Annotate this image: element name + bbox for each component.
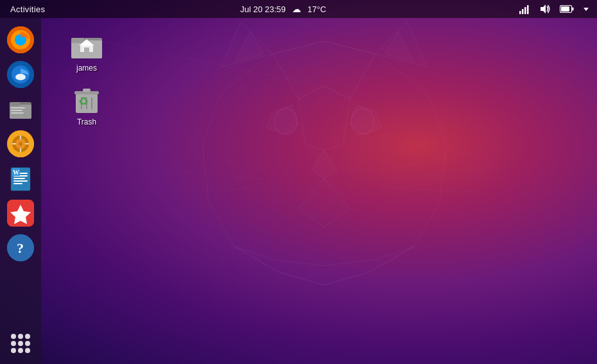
desktop: Activities Jul 20 23:59 ☁ 17°C bbox=[0, 0, 597, 364]
svg-rect-32 bbox=[572, 8, 574, 11]
svg-rect-68 bbox=[71, 38, 84, 43]
svg-marker-11 bbox=[311, 150, 337, 179]
files-icon bbox=[7, 96, 34, 123]
firefox-icon bbox=[7, 26, 34, 53]
svg-rect-26 bbox=[522, 9, 524, 14]
svg-rect-58 bbox=[13, 178, 25, 179]
svg-rect-28 bbox=[527, 5, 529, 14]
svg-rect-44 bbox=[11, 110, 22, 111]
svg-marker-6 bbox=[298, 86, 350, 150]
wallpaper-cat bbox=[51, 0, 597, 364]
battery-icon[interactable] bbox=[557, 4, 576, 14]
svg-line-17 bbox=[382, 150, 485, 169]
svg-rect-27 bbox=[524, 7, 526, 14]
show-apps-button[interactable] bbox=[5, 328, 36, 359]
svg-point-9 bbox=[274, 108, 297, 134]
dock-item-rhythmbox[interactable] bbox=[5, 128, 36, 159]
svg-point-49 bbox=[19, 142, 22, 146]
svg-line-14 bbox=[164, 150, 266, 169]
svg-rect-78 bbox=[83, 89, 91, 92]
svg-text:♻: ♻ bbox=[78, 95, 89, 108]
svg-point-39 bbox=[15, 74, 26, 80]
svg-text:?: ? bbox=[17, 240, 24, 256]
volume-icon[interactable] bbox=[537, 2, 553, 16]
rhythmbox-icon bbox=[7, 130, 34, 157]
svg-point-10 bbox=[351, 108, 374, 134]
svg-rect-43 bbox=[11, 107, 25, 108]
svg-line-12 bbox=[305, 179, 324, 195]
svg-rect-41 bbox=[10, 105, 31, 119]
svg-marker-3 bbox=[234, 31, 263, 62]
activities-button[interactable]: Activities bbox=[5, 4, 50, 14]
help-icon: ? bbox=[7, 234, 34, 261]
desktop-icon-trash[interactable]: ♻ Trash bbox=[61, 82, 112, 129]
grid-icon bbox=[11, 334, 30, 353]
svg-line-22 bbox=[100, 41, 324, 86]
libreoffice-icon: W bbox=[7, 165, 34, 192]
svg-rect-45 bbox=[11, 112, 24, 114]
dock-item-appcenter[interactable] bbox=[5, 198, 36, 229]
network-icon[interactable] bbox=[516, 2, 533, 16]
dock-item-thunderbird[interactable] bbox=[5, 59, 36, 90]
dock-item-files[interactable] bbox=[5, 94, 36, 125]
james-folder-icon bbox=[71, 30, 102, 61]
svg-text:W: W bbox=[13, 169, 19, 176]
svg-rect-51 bbox=[20, 148, 21, 152]
svg-rect-60 bbox=[13, 183, 22, 184]
svg-rect-59 bbox=[13, 180, 28, 182]
svg-rect-31 bbox=[561, 6, 569, 12]
svg-marker-5 bbox=[273, 41, 376, 99]
svg-line-19 bbox=[382, 187, 478, 192]
svg-line-15 bbox=[160, 169, 263, 179]
svg-marker-21 bbox=[234, 247, 414, 285]
topbar: Activities Jul 20 23:59 ☁ 17°C bbox=[0, 0, 597, 18]
svg-line-16 bbox=[170, 187, 266, 192]
svg-line-18 bbox=[385, 169, 488, 179]
svg-marker-7 bbox=[266, 105, 298, 134]
trash-label: Trash bbox=[77, 117, 96, 126]
svg-rect-25 bbox=[519, 11, 521, 14]
thunderbird-icon bbox=[7, 61, 34, 88]
svg-marker-4 bbox=[385, 31, 414, 62]
svg-marker-1 bbox=[221, 22, 273, 67]
svg-marker-0 bbox=[202, 41, 446, 285]
james-folder-label: james bbox=[76, 64, 97, 73]
svg-marker-2 bbox=[376, 22, 427, 67]
svg-rect-50 bbox=[20, 135, 21, 139]
cloud-icon: ☁ bbox=[292, 4, 301, 14]
desktop-icon-james[interactable]: james bbox=[61, 28, 112, 75]
desktop-icons-area: james ♻ bbox=[51, 18, 122, 139]
dock-item-help[interactable]: ? bbox=[5, 232, 36, 263]
svg-marker-33 bbox=[584, 8, 589, 11]
dock-item-libreoffice-writer[interactable]: W bbox=[5, 163, 36, 194]
svg-rect-53 bbox=[25, 143, 29, 144]
svg-line-24 bbox=[350, 54, 376, 99]
svg-line-23 bbox=[273, 54, 298, 99]
svg-marker-20 bbox=[298, 179, 350, 227]
svg-rect-42 bbox=[10, 102, 20, 106]
svg-rect-52 bbox=[12, 143, 16, 144]
topbar-datetime[interactable]: Jul 20 23:59 bbox=[240, 4, 286, 14]
topbar-temperature[interactable]: 17°C bbox=[307, 4, 326, 14]
topbar-center: Jul 20 23:59 ☁ 17°C bbox=[50, 4, 516, 14]
topbar-right bbox=[516, 2, 592, 16]
svg-marker-8 bbox=[350, 105, 382, 134]
svg-marker-29 bbox=[541, 4, 546, 13]
trash-can-icon: ♻ bbox=[71, 84, 102, 115]
svg-rect-71 bbox=[84, 48, 89, 52]
dock-item-firefox[interactable] bbox=[5, 24, 36, 55]
system-menu-button[interactable] bbox=[580, 4, 592, 13]
appcenter-icon bbox=[7, 200, 34, 227]
dock: W ? bbox=[0, 18, 41, 364]
svg-line-13 bbox=[324, 179, 343, 195]
